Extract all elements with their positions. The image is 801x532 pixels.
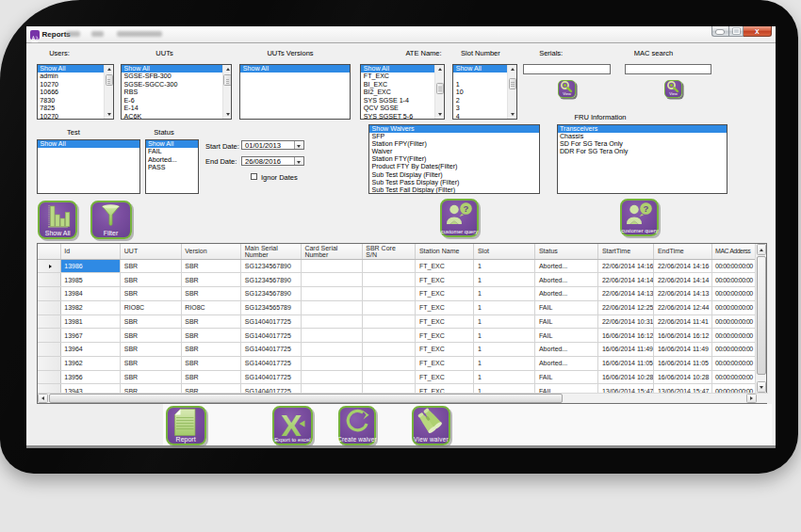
- svg-text:X: X: [281, 408, 302, 436]
- svg-text:?: ?: [464, 203, 469, 214]
- svg-text:?: ?: [644, 203, 649, 214]
